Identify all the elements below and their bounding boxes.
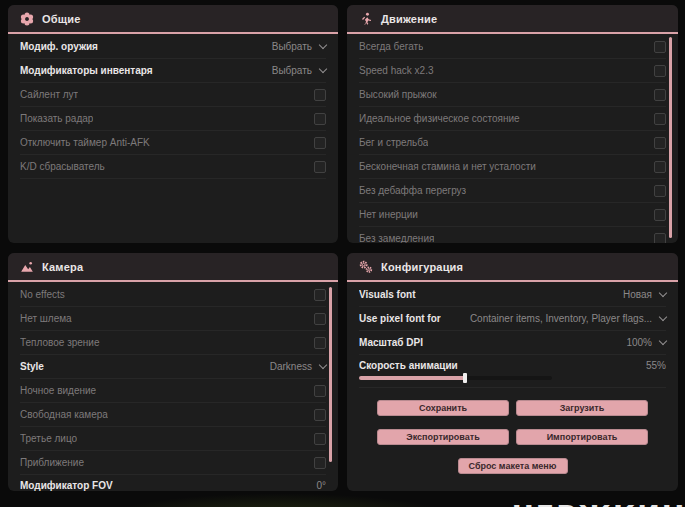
- row-label: Показать радар: [20, 113, 93, 124]
- no-slowdown-checkbox[interactable]: [654, 233, 666, 244]
- setting-row-free-camera: Свободная камера: [20, 403, 326, 427]
- save-button[interactable]: Сохранить: [377, 400, 509, 416]
- setting-row-visuals-font: Visuals fontНовая: [359, 283, 666, 307]
- button-row: Сброс макета меню: [359, 458, 666, 474]
- anti-afk-timer-checkbox[interactable]: [314, 137, 326, 149]
- slider-value: 0°: [316, 480, 326, 491]
- slider-handle[interactable]: [463, 373, 467, 383]
- slider-label-row: Скорость анимации55%: [359, 357, 666, 374]
- row-label: Без дебаффа перегруз: [359, 185, 466, 196]
- setting-row-no-helmet: Нет шлема: [20, 307, 326, 331]
- dropdown-value: 100%: [626, 337, 652, 348]
- zoom-checkbox[interactable]: [314, 457, 326, 469]
- button-row: СохранитьЗагрузить: [359, 400, 666, 416]
- no-inertia-checkbox[interactable]: [654, 209, 666, 221]
- row-label: Модиф. оружия: [20, 41, 98, 52]
- gears-icon: [359, 260, 373, 274]
- chevron-down-icon: [659, 289, 667, 297]
- row-label: K/D сбрасыватель: [20, 161, 105, 172]
- panel-camera-title: Камера: [42, 261, 83, 273]
- setting-row-no-slowdown: Без замедления: [359, 227, 666, 243]
- chevron-down-icon: [319, 361, 327, 369]
- panel-config: Конфигурация Visuals fontНоваяUse pixel …: [347, 253, 678, 491]
- runner-icon: [359, 12, 373, 26]
- style-dropdown[interactable]: Darkness: [270, 361, 326, 372]
- show-radar-checkbox[interactable]: [314, 113, 326, 125]
- setting-row-animation-speed: Скорость анимации55%: [359, 355, 666, 388]
- game-background: ЧЕРЖКИНЕ: [0, 491, 685, 507]
- panel-general-header: Общие: [8, 5, 338, 34]
- row-label: Use pixel font for: [359, 313, 441, 324]
- row-label: Модификатор FOV: [20, 480, 113, 491]
- panel-config-title: Конфигурация: [381, 261, 463, 273]
- dropdown-value: Container items, Inventory, Player flags…: [470, 313, 652, 324]
- reset-menu-layout-button[interactable]: Сброс макета меню: [458, 458, 568, 474]
- row-label: Модификаторы инвентаря: [20, 65, 153, 76]
- panel-movement-title: Движение: [381, 13, 437, 25]
- row-label: Бесконечная стамина и нет усталости: [359, 161, 536, 172]
- no-effects-checkbox[interactable]: [314, 289, 326, 301]
- row-label: Высокий прыжок: [359, 89, 437, 100]
- setting-row-inventory-mods: Модификаторы инвентаряВыбрать: [20, 59, 326, 83]
- night-vision-checkbox[interactable]: [314, 385, 326, 397]
- inventory-mods-dropdown[interactable]: Выбрать: [272, 65, 326, 76]
- setting-row-fov-modifier: Модификатор FOV0°: [20, 475, 326, 491]
- no-helmet-checkbox[interactable]: [314, 313, 326, 325]
- row-label: Свободная камера: [20, 409, 108, 420]
- run-and-shoot-checkbox[interactable]: [654, 137, 666, 149]
- infinite-stamina-checkbox[interactable]: [654, 161, 666, 173]
- flower-icon: [20, 12, 34, 26]
- setting-row-always-run: Всегда бегать: [359, 35, 666, 59]
- game-background-glow: [80, 493, 480, 507]
- thermal-vision-checkbox[interactable]: [314, 337, 326, 349]
- slider-fill: [359, 376, 465, 380]
- panel-camera: Камера No effectsНет шлемаТепловое зрени…: [8, 253, 338, 491]
- free-camera-checkbox[interactable]: [314, 409, 326, 421]
- silent-loot-checkbox[interactable]: [314, 89, 326, 101]
- panel-camera-header: Камера: [8, 253, 338, 282]
- setting-row-kd-resetter: K/D сбрасыватель: [20, 155, 326, 179]
- setting-row-perfect-physical-condition: Идеальное физическое состояние: [359, 107, 666, 131]
- camera-scrollbar[interactable]: [329, 287, 332, 462]
- load-button[interactable]: Загрузить: [516, 400, 648, 416]
- setting-row-style: StyleDarkness: [20, 355, 326, 379]
- setting-row-show-radar: Показать радар: [20, 107, 326, 131]
- animation-speed-slider[interactable]: [359, 376, 552, 380]
- panel-general-title: Общие: [42, 13, 81, 25]
- slider-value: 55%: [646, 360, 666, 371]
- no-overload-debuff-checkbox[interactable]: [654, 185, 666, 197]
- setting-row-silent-loot: Сайлент лут: [20, 83, 326, 107]
- dpi-scale-dropdown[interactable]: 100%: [626, 337, 666, 348]
- dropdown-value: Новая: [623, 289, 652, 300]
- row-label: Масштаб DPI: [359, 337, 423, 348]
- setting-row-thermal-vision: Тепловое зрение: [20, 331, 326, 355]
- export-button[interactable]: Экспортировать: [377, 429, 509, 445]
- pixel-font-for-dropdown[interactable]: Container items, Inventory, Player flags…: [470, 313, 666, 324]
- row-label: Идеальное физическое состояние: [359, 113, 520, 124]
- panel-movement-header: Движение: [347, 5, 678, 34]
- weapon-mod-dropdown[interactable]: Выбрать: [272, 41, 326, 52]
- setting-row-third-person: Третье лицо: [20, 427, 326, 451]
- image-icon: [20, 260, 34, 274]
- setting-row-no-inertia: Нет инерции: [359, 203, 666, 227]
- setting-row-speed-hack: Speed hack x2.3: [359, 59, 666, 83]
- movement-scrollbar[interactable]: [669, 37, 672, 238]
- slider-label-row: Модификатор FOV0°: [20, 477, 326, 491]
- panel-config-header: Конфигурация: [347, 253, 678, 282]
- visuals-font-dropdown[interactable]: Новая: [623, 289, 666, 300]
- row-label: Speed hack x2.3: [359, 65, 434, 76]
- button-row: ЭкспортироватьИмпортировать: [359, 429, 666, 445]
- always-run-checkbox[interactable]: [654, 41, 666, 53]
- dropdown-value: Выбрать: [272, 65, 312, 76]
- row-label: Бег и стрельба: [359, 137, 428, 148]
- row-label: Ночное видение: [20, 385, 96, 396]
- third-person-checkbox[interactable]: [314, 433, 326, 445]
- speed-hack-checkbox[interactable]: [654, 65, 666, 77]
- import-button[interactable]: Импортировать: [516, 429, 648, 445]
- perfect-physical-condition-checkbox[interactable]: [654, 113, 666, 125]
- dropdown-value: Darkness: [270, 361, 312, 372]
- setting-row-infinite-stamina: Бесконечная стамина и нет усталости: [359, 155, 666, 179]
- high-jump-checkbox[interactable]: [654, 89, 666, 101]
- kd-resetter-checkbox[interactable]: [314, 161, 326, 173]
- row-label: No effects: [20, 289, 65, 300]
